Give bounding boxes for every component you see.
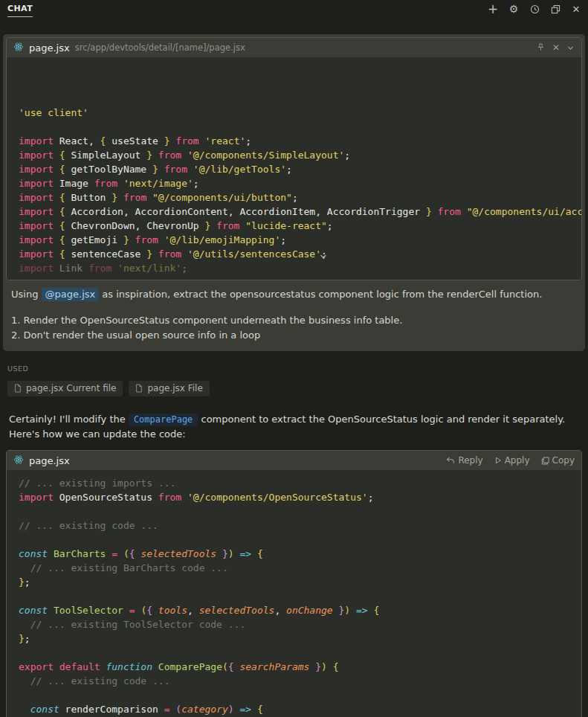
copy-icon [541,457,549,465]
message-list-item: 2. Don't render the usual open source in… [11,329,577,342]
code-content: // ... existing imports ...import OpenSo… [7,470,581,717]
inline-code-chip[interactable]: ComparePage [129,414,198,426]
code-block-header: page.jsx src/app/devtools/detail/[name]/… [7,38,581,57]
context-code-block: page.jsx src/app/devtools/detail/[name]/… [6,37,582,280]
panel-titlebar: CHAT + ⚙ ✕ [0,0,588,18]
gear-icon[interactable]: ⚙ [508,3,520,15]
user-message-text: Using @page.jsx as inspiration, extract … [6,280,582,342]
titlebar-actions: + ⚙ ✕ [487,3,582,15]
reply-button[interactable]: Reply [446,455,482,466]
assistant-message: Certainly! I'll modify the ComparePage c… [0,412,588,717]
tab-chat[interactable]: CHAT [7,1,33,17]
history-icon[interactable] [529,3,540,15]
message-paragraph: Using @page.jsx as inspiration, extract … [11,288,577,301]
close-icon[interactable]: ✕ [570,3,582,15]
context-chip-file[interactable]: page.jsx File [129,381,209,396]
react-file-icon [13,41,24,55]
play-icon [494,457,502,464]
apply-button[interactable]: Apply [494,455,530,466]
copy-button[interactable]: Copy [541,455,575,466]
new-chat-icon[interactable]: + [487,3,499,15]
restore-panel-icon[interactable] [549,3,561,15]
chat-panel: CHAT + ⚙ ✕ [0,0,588,717]
assistant-text: Certainly! I'll modify the ComparePage c… [9,412,579,441]
close-icon[interactable]: ✕ [552,42,560,53]
pin-icon[interactable] [536,41,546,55]
user-message: page.jsx src/app/devtools/detail/[name]/… [3,34,585,351]
file-icon [14,384,22,393]
code-block-header: page.jsx Reply Apply [7,451,581,470]
file-name: page.jsx [29,42,70,54]
used-section: USED page.jsx Current file page.jsx File [7,364,588,396]
suggested-code-block: page.jsx Reply Apply [6,450,582,717]
file-icon [135,384,143,393]
react-file-icon [13,454,24,468]
code-content: 'use client' import React, { useState } … [7,57,581,280]
file-reference-chip[interactable]: @page.jsx [42,288,100,301]
file-path: src/app/devtools/detail/[name]/page.jsx [75,42,245,53]
chevron-down-icon[interactable] [566,41,575,55]
file-name: page.jsx [29,455,70,466]
context-chip-current-file[interactable]: page.jsx Current file [7,381,123,396]
reply-icon [446,457,455,465]
used-label: USED [7,364,588,373]
message-list-item: 1. Render the OpenSourceStatus component… [11,314,577,327]
